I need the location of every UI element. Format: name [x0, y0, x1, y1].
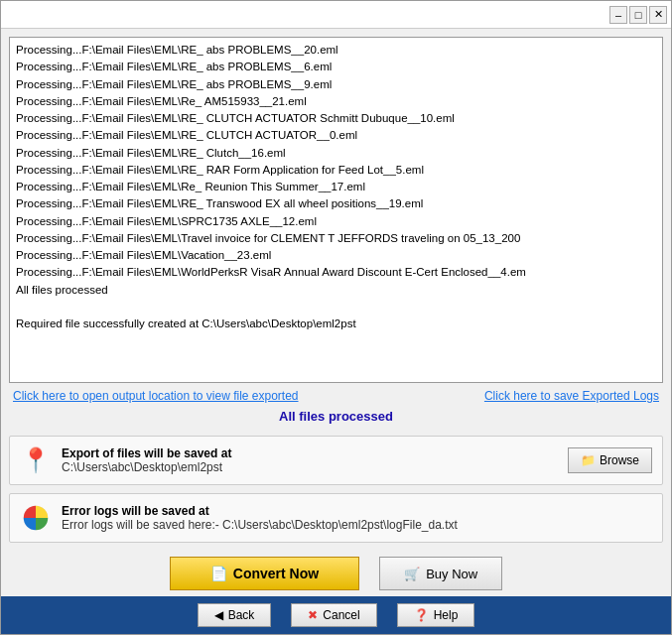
maximize-button[interactable]: □ [629, 6, 647, 24]
save-logs-link[interactable]: Click here to save Exported Logs [484, 389, 659, 403]
pie-chart-icon [20, 502, 52, 534]
log-output: Processing...F:\Email Files\EML\RE_ abs … [10, 38, 662, 382]
error-section: Error logs will be saved at Error logs w… [9, 493, 663, 543]
back-icon: ◀ [214, 608, 223, 622]
convert-icon: 📄 [210, 566, 227, 581]
log-container: Processing...F:\Email Files\EML\RE_ abs … [9, 37, 663, 383]
minimize-button[interactable]: – [609, 6, 627, 24]
help-icon: ❓ [414, 608, 429, 622]
title-bar-controls: – □ ✕ [609, 6, 667, 24]
folder-icon: 📁 [581, 453, 596, 467]
export-path-text: Export of files will be saved at C:\User… [62, 446, 558, 474]
browse-button[interactable]: 📁 Browse [568, 447, 652, 473]
pin-icon: 📍 [20, 444, 52, 476]
main-window: – □ ✕ Processing...F:\Email Files\EML\RE… [0, 0, 672, 635]
cart-icon: 🛒 [404, 567, 420, 581]
convert-now-button[interactable]: 📄 Convert Now [170, 557, 359, 590]
open-output-link[interactable]: Click here to open output location to vi… [13, 389, 299, 403]
cancel-icon: ✖ [308, 608, 318, 622]
all-processed-label: All files processed [1, 405, 671, 432]
error-path-text: Error logs will be saved at Error logs w… [62, 504, 652, 532]
help-button[interactable]: ❓ Help [397, 603, 475, 627]
links-row: Click here to open output location to vi… [1, 383, 671, 405]
cancel-button[interactable]: ✖ Cancel [291, 603, 376, 627]
export-section: 📍 Export of files will be saved at C:\Us… [9, 436, 663, 485]
close-button[interactable]: ✕ [649, 6, 667, 24]
bottom-navigation-bar: ◀ Back ✖ Cancel ❓ Help [1, 596, 671, 634]
action-buttons-row: 📄 Convert Now 🛒 Buy Now [1, 547, 671, 596]
buy-now-button[interactable]: 🛒 Buy Now [379, 557, 502, 590]
title-bar: – □ ✕ [1, 1, 671, 29]
back-button[interactable]: ◀ Back [198, 603, 272, 627]
